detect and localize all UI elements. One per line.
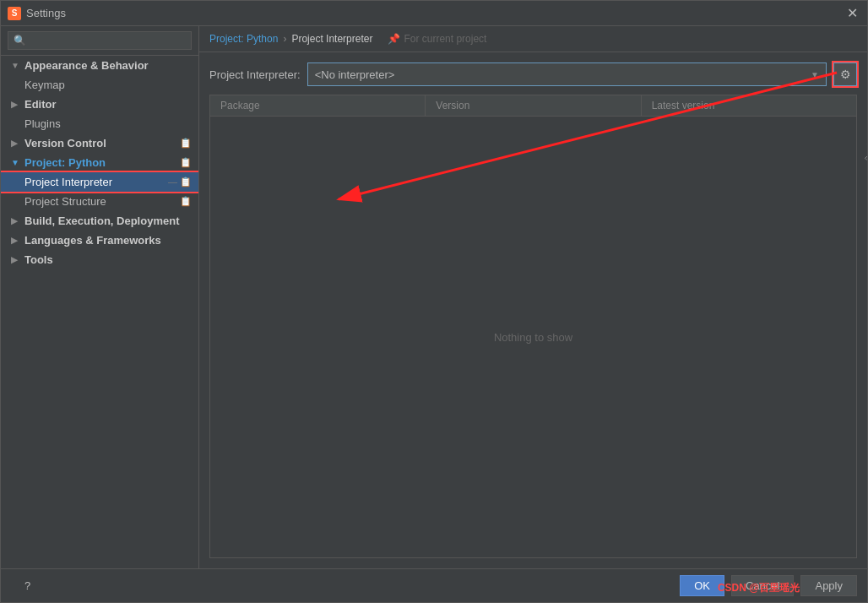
watermark: CSDN @百里瑶光 (718, 581, 800, 595)
interpreter-row: Project Interpreter: <No interpreter> ▼ … (209, 62, 857, 86)
title-bar-left: S Settings (8, 7, 66, 20)
copy-icon-project: 📋 (180, 157, 192, 168)
copy-icon-1: — (168, 177, 177, 187)
gear-icon: ⚙ (840, 68, 851, 81)
search-box (1, 26, 198, 56)
copy-icon-pi: — 📋 (168, 177, 192, 187)
expand-icon-appearance: ▼ (11, 61, 21, 70)
sidebar-item-languages[interactable]: ▶ Languages & Frameworks (1, 231, 198, 250)
sidebar-item-build[interactable]: ▶ Build, Execution, Deployment (1, 211, 198, 231)
column-latest: Latest version (642, 95, 856, 116)
apply-button[interactable]: Apply (800, 575, 857, 596)
dropdown-arrow-icon: ▼ (811, 70, 819, 79)
table-actions: + − ▲ 👁 (862, 95, 867, 167)
close-button[interactable]: ✕ (844, 5, 860, 22)
sidebar-item-project-interpreter[interactable]: Project Interpreter — 📋 (1, 172, 198, 192)
window-title: Settings (26, 7, 66, 19)
packages-section: Package Version Latest version Nothing t… (209, 95, 857, 558)
search-input[interactable] (8, 31, 192, 50)
copy-icon-ps: 📋 (180, 196, 192, 207)
content-area: Project Interpreter: <No interpreter> ▼ … (199, 52, 867, 568)
toggle-prereleases-button[interactable]: 👁 (862, 150, 867, 167)
app-icon: S (8, 7, 21, 20)
sidebar-item-editor[interactable]: ▶ Editor (1, 95, 198, 114)
upgrade-package-button[interactable]: ▲ (862, 132, 867, 149)
table-header: Package Version Latest version (210, 95, 856, 117)
empty-message: Nothing to show (494, 331, 572, 344)
settings-window: S Settings ✕ ▼ Appearance & Behavior Key… (0, 0, 868, 603)
breadcrumb-for-current: 📌 For current project (388, 33, 486, 45)
pin-icon: 📌 (388, 33, 400, 45)
expand-icon-project: ▼ (11, 158, 21, 167)
breadcrumb-bar: Project: Python › Project Interpreter 📌 … (199, 26, 867, 52)
help-button[interactable]: ? (11, 576, 44, 595)
interpreter-dropdown[interactable]: <No interpreter> ▼ (307, 62, 827, 86)
sidebar-item-keymap[interactable]: Keymap (1, 75, 198, 95)
column-package: Package (210, 95, 426, 116)
breadcrumb-separator: › (283, 33, 286, 45)
title-bar: S Settings ✕ (1, 1, 867, 26)
add-package-button[interactable]: + (862, 95, 867, 111)
copy-icon-vc: 📋 (180, 138, 192, 149)
expand-icon-lang: ▶ (11, 236, 21, 245)
sidebar-item-project-structure[interactable]: Project Structure 📋 (1, 192, 198, 211)
expand-icon-tools: ▶ (11, 255, 21, 264)
interpreter-label: Project Interpreter: (209, 68, 301, 81)
expand-icon-vc: ▶ (11, 139, 21, 148)
sidebar-item-plugins[interactable]: Plugins (1, 114, 198, 133)
remove-package-button[interactable]: − (862, 113, 867, 130)
sidebar-item-version-control[interactable]: ▶ Version Control 📋 (1, 133, 198, 153)
main-content: ▼ Appearance & Behavior Keymap ▶ Editor … (1, 26, 867, 568)
copy-icon-2: 📋 (180, 177, 192, 187)
sidebar: ▼ Appearance & Behavior Keymap ▶ Editor … (1, 26, 199, 568)
expand-icon-editor: ▶ (11, 100, 21, 109)
sidebar-item-tools[interactable]: ▶ Tools (1, 250, 198, 269)
breadcrumb-current: Project Interpreter (291, 33, 372, 45)
interpreter-value: <No interpreter> (315, 68, 395, 81)
breadcrumb-parent: Project: Python (209, 33, 278, 45)
column-version: Version (426, 95, 641, 116)
packages-table: Package Version Latest version Nothing t… (209, 95, 857, 558)
sidebar-item-project-python[interactable]: ▼ Project: Python 📋 (1, 153, 198, 172)
table-body-empty: Nothing to show (210, 117, 856, 557)
expand-icon-build: ▶ (11, 216, 21, 225)
gear-button[interactable]: ⚙ (833, 62, 857, 86)
main-panel: Project: Python › Project Interpreter 📌 … (199, 26, 867, 568)
sidebar-item-appearance[interactable]: ▼ Appearance & Behavior (1, 56, 198, 75)
